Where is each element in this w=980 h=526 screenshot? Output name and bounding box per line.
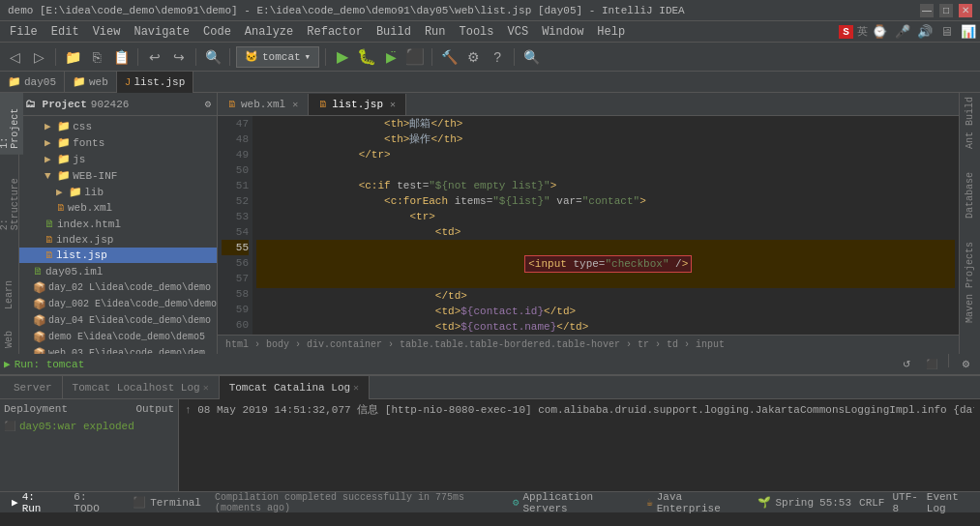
bottom-tab-server[interactable]: Server	[4, 376, 63, 399]
editor-tab-listjsp[interactable]: 🗎 list.jsp ✕	[309, 94, 406, 115]
bottom-tab-catalina-log[interactable]: Tomcat Catalina Log ✕	[220, 376, 370, 399]
listjsp-tab-close[interactable]: ✕	[390, 99, 396, 110]
maximize-button[interactable]: □	[939, 4, 953, 17]
status-tab-terminal[interactable]: ⬛ Terminal	[127, 494, 207, 511]
tree-item-indexjsp[interactable]: 🗎 index.jsp	[19, 232, 217, 248]
close-button[interactable]: ✕	[959, 4, 972, 17]
menu-help[interactable]: Help	[591, 23, 631, 41]
tree-item-day05iml[interactable]: 🗎 day05.iml	[19, 263, 217, 279]
catalina-log-close[interactable]: ✕	[353, 382, 359, 394]
undo-button[interactable]: ↩	[144, 46, 165, 68]
menu-run[interactable]: Run	[419, 23, 452, 41]
tree-item-indexhtml[interactable]: 🗎 index.html	[19, 216, 217, 232]
tab-day05[interactable]: 📁 day05	[0, 72, 65, 93]
stop-button[interactable]: ⬛	[404, 46, 426, 68]
terminal-status-label: Terminal	[150, 497, 201, 509]
tree-item-day02[interactable]: 📦 day_02 L\idea\code_demo\demo	[19, 279, 217, 296]
localhost-log-close[interactable]: ✕	[203, 382, 209, 394]
status-tab-run[interactable]: ▶ 4: Run	[6, 489, 60, 516]
tree-item-js[interactable]: ▶ 📁 js	[19, 151, 217, 167]
status-tab-java-enterprise[interactable]: ☕ Java Enterprise	[640, 489, 744, 516]
deployment-item[interactable]: ⬛ day05:war exploded	[4, 419, 174, 434]
help-button[interactable]: ?	[487, 46, 508, 68]
tree-item-day04[interactable]: 📦 day_04 E\idea\code_demo\demo	[19, 312, 217, 329]
menu-build[interactable]: Build	[371, 23, 417, 41]
tree-item-webxml[interactable]: 🗎 web.xml	[19, 200, 217, 216]
left-tab-learn[interactable]: Learn	[1, 275, 17, 315]
tree-item-webinf[interactable]: ▼ 📁 WEB-INF	[19, 167, 217, 184]
listjsp-label: list.jsp	[56, 249, 107, 261]
menu-window[interactable]: Window	[536, 23, 589, 41]
left-tab-project[interactable]: 1: Project	[0, 93, 23, 155]
tree-item-css[interactable]: ▶ 📁 css	[19, 118, 217, 134]
build-button[interactable]: 🔨	[438, 46, 460, 68]
tree-item-demo[interactable]: 📦 demo E\idea\code_demo\demo5	[19, 329, 217, 345]
copy-button[interactable]: ⎘	[86, 46, 107, 68]
arrow-up-icon: ↑	[185, 404, 197, 416]
tree-item-listjsp[interactable]: 🗎 list.jsp	[19, 248, 217, 263]
run-button[interactable]: ▶	[332, 46, 353, 68]
status-tab-spring[interactable]: 🌱 Spring	[752, 494, 819, 511]
bottom-tab-localhost-log[interactable]: Tomcat Localhost Log ✕	[63, 376, 220, 399]
run-stop-button[interactable]: ⬛	[921, 354, 942, 375]
menu-vcs[interactable]: VCS	[502, 23, 535, 41]
forward-button[interactable]: ▷	[28, 46, 49, 68]
menu-file[interactable]: File	[4, 23, 44, 41]
run-settings-button[interactable]: ⚙	[955, 354, 976, 375]
server-tab-label: Server	[14, 382, 52, 394]
right-sidebar: Ant Build Database Maven Projects	[959, 93, 980, 354]
tab-day05-label: day05	[24, 76, 56, 88]
menu-code[interactable]: Code	[197, 23, 237, 41]
toolbar-icons: ⌚ 🎤 🔊 🖥 📊	[872, 24, 976, 40]
webxml-tab-label: web.xml	[241, 99, 285, 110]
menu-edit[interactable]: Edit	[45, 23, 85, 41]
listjsp-icon: 🗎	[45, 249, 54, 261]
editor-tabs: 🗎 web.xml ✕ 🗎 list.jsp ✕	[218, 93, 959, 116]
status-right: 55:53 CRLF UTF-8 Event Log	[819, 491, 974, 514]
event-log[interactable]: Event Log	[927, 491, 974, 514]
tree-item-web03[interactable]: 📦 web_03 E\idea\code_demo\dem	[19, 345, 217, 354]
tab-listjsp[interactable]: J list.jsp	[117, 72, 193, 93]
menu-analyze[interactable]: Analyze	[239, 23, 299, 41]
editor-tab-webxml[interactable]: 🗎 web.xml ✕	[218, 94, 309, 115]
menu-navigate[interactable]: Navigate	[128, 23, 195, 41]
redo-button[interactable]: ↪	[168, 46, 190, 68]
settings-button[interactable]: ⚙	[462, 46, 484, 68]
debug-button[interactable]: 🐛	[356, 46, 377, 68]
run-restart-button[interactable]: ↺	[896, 354, 917, 375]
find-button[interactable]: 🔍	[202, 46, 223, 68]
code-line-47: <th>邮箱</th>	[256, 116, 955, 132]
menu-tools[interactable]: Tools	[454, 23, 500, 41]
tree-item-fonts[interactable]: ▶ 📁 fonts	[19, 134, 217, 151]
app-servers-icon: ⚙	[513, 496, 520, 509]
webxml-label: web.xml	[68, 202, 112, 214]
menu-view[interactable]: View	[87, 23, 127, 41]
tomcat-run-config-dropdown[interactable]: 🐱 tomcat ▾	[236, 46, 319, 68]
code-line-57: <td>${contact.id}</td>	[256, 304, 955, 319]
left-tab-web[interactable]: Web	[1, 325, 17, 354]
listjsp-tab-icon: 🗎	[318, 99, 328, 110]
title-bar-text: demo [E:\idea\code_demo\demo91\demo] - E…	[8, 5, 685, 16]
tree-item-day002[interactable]: 📦 day_002 E\idea\code_demo\demo	[19, 296, 217, 312]
fonts-label: fonts	[73, 137, 104, 149]
folder-button[interactable]: 📁	[62, 46, 83, 68]
maven-tab[interactable]: Maven Projects	[965, 242, 975, 323]
run-coverage-button[interactable]: ▶̈	[380, 46, 401, 68]
tab-web[interactable]: 📁 web	[65, 72, 117, 93]
database-tab[interactable]: Database	[965, 172, 975, 219]
menu-refactor[interactable]: Refactor	[301, 23, 369, 41]
deployment-section: Deployment Output ⬛ day05:war exploded	[0, 399, 179, 491]
tab-web-label: web	[89, 76, 108, 88]
tree-item-lib[interactable]: ▶ 📁 lib	[19, 184, 217, 200]
code-editor[interactable]: <th>邮箱</th> <th>操作</th> </tr> <c:if test…	[252, 116, 959, 335]
ant-build-tab[interactable]: Ant Build	[965, 97, 975, 149]
left-tab-structure[interactable]: 2: Structure	[0, 164, 23, 236]
panel-settings-icon[interactable]: ⚙	[204, 98, 211, 110]
back-button[interactable]: ◁	[4, 46, 25, 68]
webxml-tab-close[interactable]: ✕	[292, 99, 298, 110]
search-everywhere-button[interactable]: 🔍	[520, 46, 542, 68]
paste-button[interactable]: 📋	[110, 46, 132, 68]
status-tab-todo[interactable]: 6: TODO	[68, 489, 119, 516]
status-tab-app-servers[interactable]: ⚙ Application Servers	[507, 489, 633, 516]
minimize-button[interactable]: —	[920, 4, 934, 17]
